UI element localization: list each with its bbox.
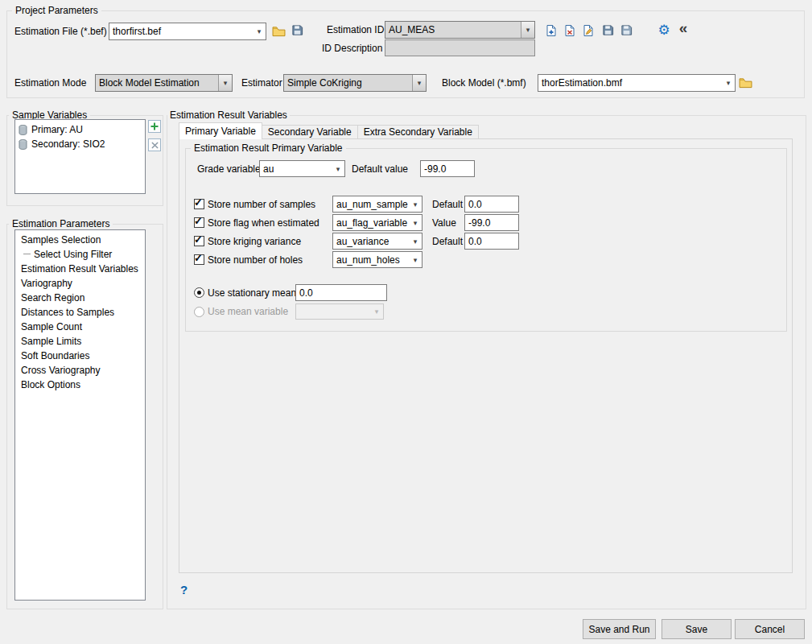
- browse-block-model-button[interactable]: [738, 76, 752, 89]
- default-value-field[interactable]: -99.0: [420, 160, 475, 177]
- grade-variable-combo[interactable]: au ▾: [259, 160, 345, 177]
- variance-default-label: Default: [432, 233, 463, 250]
- param-item-sample-limits[interactable]: Sample Limits: [15, 334, 145, 349]
- cancel-button[interactable]: Cancel: [735, 619, 805, 639]
- sample-variable-label: Primary: AU: [31, 124, 83, 135]
- param-item-sample-count[interactable]: Sample Count: [15, 320, 145, 334]
- param-item-estimation-result-variables[interactable]: Estimation Result Variables: [15, 262, 145, 276]
- save-estimation-file-button[interactable]: [290, 23, 304, 37]
- block-model-value: thorEstimation.bmf: [538, 77, 722, 89]
- variance-default-field[interactable]: 0.0: [464, 233, 519, 250]
- delete-estimation-button[interactable]: [563, 23, 577, 37]
- store-number-of-holes-label: Store number of holes: [208, 251, 303, 268]
- collapse-chevrons-icon[interactable]: «: [675, 19, 691, 37]
- use-mean-variable-label: Use mean variable: [208, 303, 288, 320]
- variable-icon: [19, 125, 27, 135]
- sample-variables-list[interactable]: Primary: AU Secondary: SIO2: [14, 119, 146, 194]
- save-estimation-as-button[interactable]: [619, 23, 633, 37]
- store-flag-checkbox[interactable]: [194, 217, 204, 228]
- tab-extra-secondary-variable[interactable]: Extra Secondary Variable: [358, 125, 479, 139]
- estimation-id-combo[interactable]: AU_MEAS ▾: [385, 21, 535, 39]
- estimator-combo[interactable]: Simple CoKriging ▾: [283, 74, 427, 92]
- chevron-down-icon[interactable]: ▾: [253, 23, 266, 39]
- edit-document-icon: [582, 24, 595, 37]
- result-variables-title: Estimation Result Variables: [167, 109, 290, 121]
- estimation-id-value: AU_MEAS: [385, 24, 521, 35]
- stationary-mean-field[interactable]: 0.0: [295, 284, 387, 301]
- save-button[interactable]: Save: [662, 619, 732, 639]
- param-item-samples-selection[interactable]: Samples Selection: [15, 233, 145, 247]
- store-kriging-variance-label: Store kriging variance: [208, 233, 301, 250]
- estimation-dialog: { "project_parameters": { "title": "Proj…: [0, 0, 812, 644]
- tab-primary-variable[interactable]: Primary Variable: [179, 122, 262, 139]
- new-document-icon: [545, 24, 558, 37]
- use-stationary-mean-radio[interactable]: [194, 287, 204, 298]
- param-item-select-using-filter[interactable]: Select Using Filter: [15, 247, 145, 262]
- estimation-mode-label: Estimation Mode: [14, 74, 86, 92]
- estimation-mode-combo[interactable]: Block Model Estimation ▾: [95, 74, 233, 92]
- param-item-search-region[interactable]: Search Region: [15, 291, 145, 305]
- remove-variable-button[interactable]: [148, 138, 161, 151]
- chevron-down-icon[interactable]: ▾: [409, 196, 422, 212]
- store-number-of-samples-label: Store number of samples: [208, 196, 315, 213]
- use-stationary-mean-label: Use stationary mean: [208, 284, 296, 301]
- block-model-combo[interactable]: thorEstimation.bmf ▾: [538, 74, 736, 92]
- mean-variable-combo: ▾: [295, 303, 384, 320]
- estimation-file-combo[interactable]: thorfirst.bef ▾: [109, 23, 266, 40]
- flag-value-text: -99.0: [468, 217, 490, 229]
- flag-value-field[interactable]: -99.0: [464, 214, 519, 231]
- result-primary-variable-title: Estimation Result Primary Variable: [191, 142, 346, 154]
- chevron-down-icon[interactable]: ▾: [722, 75, 735, 91]
- save-estimation-button[interactable]: [600, 23, 615, 37]
- chevron-down-icon[interactable]: ▾: [521, 22, 534, 38]
- estimation-id-label: Estimation ID: [327, 21, 384, 39]
- flag-value-label: Value: [432, 214, 456, 231]
- browse-estimation-file-button[interactable]: [271, 24, 286, 38]
- chevron-down-icon[interactable]: ▾: [409, 252, 422, 267]
- variance-default-value: 0.0: [468, 236, 482, 247]
- cross-icon: [151, 142, 159, 149]
- param-item-soft-boundaries[interactable]: Soft Boundaries: [15, 349, 145, 363]
- store-number-of-holes-combo[interactable]: au_num_holes ▾: [332, 251, 422, 268]
- tab-secondary-variable[interactable]: Secondary Variable: [262, 125, 358, 139]
- chevron-down-icon[interactable]: ▾: [218, 75, 232, 91]
- save-and-run-button[interactable]: Save and Run: [583, 619, 656, 639]
- help-button[interactable]: ?: [180, 583, 188, 597]
- param-item-cross-variography[interactable]: Cross Variography: [15, 363, 145, 378]
- add-variable-button[interactable]: [148, 120, 161, 133]
- rename-estimation-button[interactable]: [581, 23, 596, 37]
- param-item-variography[interactable]: Variography: [15, 276, 145, 291]
- chevron-down-icon[interactable]: ▾: [332, 161, 344, 176]
- list-item-secondary-sio2[interactable]: Secondary: SIO2: [15, 137, 145, 151]
- new-estimation-button[interactable]: [544, 23, 559, 37]
- samples-default-label: Default: [432, 196, 463, 213]
- use-mean-variable-radio[interactable]: [194, 307, 204, 317]
- folder-icon: [272, 26, 286, 37]
- store-kriging-variance-combo[interactable]: au_variance ▾: [332, 233, 422, 250]
- stationary-mean-value: 0.0: [299, 287, 313, 299]
- estimation-parameters-title: Estimation Parameters: [9, 218, 113, 229]
- chevron-down-icon[interactable]: ▾: [409, 215, 422, 230]
- chevron-down-icon[interactable]: ▾: [412, 75, 426, 91]
- store-number-of-samples-value: au_num_sample: [333, 199, 409, 210]
- estimation-file-value: thorfirst.bef: [109, 26, 253, 37]
- samples-default-field[interactable]: 0.0: [464, 196, 519, 213]
- store-number-of-holes-checkbox[interactable]: [194, 254, 204, 265]
- gear-icon[interactable]: ⚙: [656, 22, 672, 38]
- chevron-down-icon[interactable]: ▾: [409, 233, 422, 249]
- default-value-label: Default value: [352, 160, 408, 177]
- estimation-parameters-list[interactable]: Samples Selection Select Using Filter Es…: [14, 229, 146, 601]
- plus-icon: [150, 122, 159, 130]
- chevron-down-icon: ▾: [370, 304, 383, 319]
- id-description-field[interactable]: [385, 39, 535, 56]
- param-item-block-options[interactable]: Block Options: [15, 378, 145, 392]
- store-number-of-samples-checkbox[interactable]: [194, 199, 204, 209]
- store-number-of-samples-combo[interactable]: au_num_sample ▾: [332, 196, 422, 213]
- floppy-icon: [602, 24, 614, 36]
- store-kriging-variance-checkbox[interactable]: [194, 236, 204, 246]
- variable-icon: [19, 139, 27, 150]
- list-item-primary-au[interactable]: Primary: AU: [15, 122, 145, 137]
- param-item-distances-to-samples[interactable]: Distances to Samples: [15, 305, 145, 320]
- store-flag-combo[interactable]: au_flag_variable ▾: [332, 214, 422, 231]
- sample-variable-label: Secondary: SIO2: [31, 138, 105, 150]
